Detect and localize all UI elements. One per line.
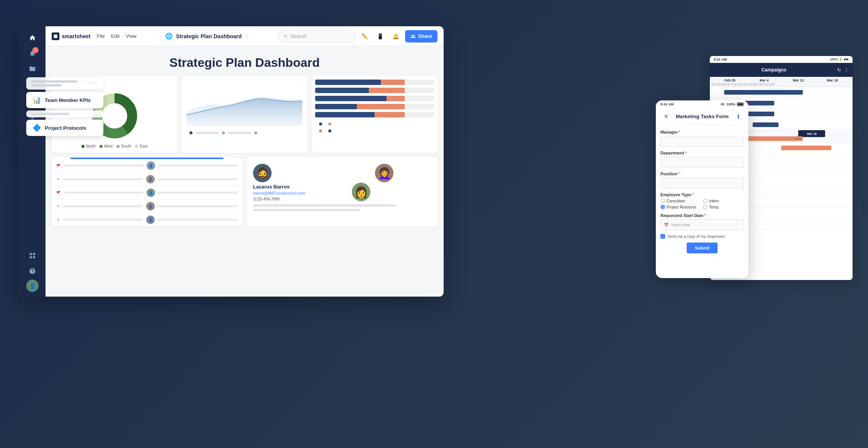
area-chart-svg bbox=[185, 80, 304, 126]
row-avatar-2: 👤 bbox=[146, 175, 155, 183]
row-avatar-5: 👤 bbox=[146, 216, 155, 224]
calendar-icon: 📅 bbox=[664, 223, 669, 227]
flag-gray-1: ⚑ bbox=[56, 177, 60, 182]
legend-east: East bbox=[135, 144, 147, 148]
submit-button[interactable]: Submit bbox=[687, 243, 718, 253]
gantt-reload-icon[interactable]: ↻ bbox=[837, 67, 841, 73]
flag-red-2: 🚩 bbox=[56, 191, 61, 195]
share-button[interactable]: Share bbox=[405, 30, 437, 42]
dropdown-item-kpi[interactable]: 📊 Team Member KPIs bbox=[26, 92, 103, 108]
table-row-5: ⚑ 👤 bbox=[52, 213, 242, 227]
chart-dot-2 bbox=[222, 131, 225, 134]
chart-line-2 bbox=[228, 132, 251, 134]
position-input[interactable] bbox=[660, 178, 744, 188]
mobile-close-button[interactable]: ✕ bbox=[660, 111, 671, 122]
radio-consultant-label: Consultant bbox=[667, 199, 685, 203]
manager-input[interactable] bbox=[660, 136, 744, 147]
dropdown-item-protocols[interactable]: 🔷 Project Protocols bbox=[26, 120, 103, 136]
radio-project-resource[interactable]: Project Resource bbox=[660, 205, 701, 209]
row-bar-5 bbox=[64, 192, 144, 194]
table-row-3: 🚩 👤 bbox=[52, 186, 242, 200]
screen-icon-btn[interactable]: 📱 bbox=[374, 30, 387, 42]
chart-dot-1 bbox=[189, 131, 193, 134]
bar-chart-container bbox=[312, 76, 437, 138]
sidebar-help-icon[interactable] bbox=[25, 264, 39, 278]
menu-edit[interactable]: Edit bbox=[111, 33, 120, 39]
contact-avatar-1: 🧔 bbox=[253, 164, 272, 182]
contact-avatar-2: 👩 bbox=[352, 183, 370, 201]
flag-gray-3: ⚑ bbox=[56, 218, 60, 222]
notify-icon-btn[interactable]: 🔔 bbox=[390, 30, 402, 42]
star-icon[interactable]: ☆ bbox=[245, 33, 250, 39]
chart-line-1 bbox=[196, 132, 219, 134]
start-date-required: * bbox=[704, 213, 706, 218]
department-label: Department * bbox=[660, 151, 744, 155]
flag-gray-2: ⚑ bbox=[56, 204, 60, 209]
table-row-2: ⚑ 👤 bbox=[52, 173, 242, 186]
sidebar-home-icon[interactable] bbox=[25, 31, 39, 45]
share-icon[interactable]: ⬆ bbox=[733, 111, 744, 122]
radio-temp[interactable]: Temp bbox=[703, 205, 744, 209]
dashboard-grid: Key Deals by Region bbox=[46, 76, 444, 153]
edit-icon-btn[interactable]: ✏️ bbox=[359, 30, 371, 42]
kpi-icon: 📊 bbox=[32, 96, 41, 104]
logo-icon bbox=[52, 32, 59, 40]
main-content: smartsheet File Edit View 🌐 Strategic Pl… bbox=[46, 26, 444, 297]
battery-label: 100% bbox=[726, 102, 735, 106]
gantt-date-2: Mar 4 bbox=[747, 78, 782, 82]
bar-row-1 bbox=[315, 79, 434, 85]
radio-consultant[interactable]: Consultant bbox=[660, 199, 701, 203]
topbar-right: Search ✏️ 📱 🔔 Share bbox=[279, 30, 437, 42]
gantt-title: Campaigns bbox=[714, 67, 834, 73]
scatter-row-1 bbox=[319, 122, 431, 126]
gantt-more-icon[interactable]: ⋮ bbox=[844, 67, 849, 73]
dashboard-body: Strategic Plan Dashboard Key Deals by Re… bbox=[46, 46, 444, 297]
copy-checkbox-row[interactable]: ✓ Send me a copy of my responses bbox=[660, 234, 744, 239]
bar-row-3 bbox=[315, 95, 434, 101]
menu-items: File Edit View bbox=[97, 33, 137, 39]
row-bar-4 bbox=[158, 178, 238, 180]
radio-temp-circle bbox=[703, 205, 708, 209]
mobile-time: 9:41 AM bbox=[660, 102, 674, 106]
search-bar[interactable]: Search bbox=[279, 30, 356, 42]
gantt-date-1: Feb 25 bbox=[713, 78, 747, 82]
row-bar-2 bbox=[158, 165, 238, 167]
contact-email-1: barros@MBFconstruction.com bbox=[253, 191, 305, 195]
sidebar-bell-icon[interactable]: 3 bbox=[25, 46, 39, 60]
scatter-row-2 bbox=[319, 129, 431, 132]
sidebar-folder-icon[interactable] bbox=[25, 62, 39, 76]
radio-temp-label: Temp bbox=[709, 205, 718, 209]
chart-dots-row bbox=[185, 128, 304, 138]
svg-point-4 bbox=[102, 104, 127, 129]
bar-chart-card bbox=[312, 76, 437, 153]
menu-view[interactable]: View bbox=[126, 33, 137, 39]
contact-avatar-3: 👩‍🦱 bbox=[375, 164, 393, 182]
copy-checkbox[interactable]: ✓ bbox=[660, 234, 665, 239]
sidebar-grid-icon[interactable] bbox=[25, 249, 39, 263]
menu-file[interactable]: File bbox=[97, 33, 105, 39]
mobile-statusbar: 9:41 AM 100% bbox=[656, 100, 748, 108]
row-bar-8 bbox=[158, 205, 238, 207]
contact-phone-1: (123)-456-7890 bbox=[253, 197, 280, 201]
department-input[interactable] bbox=[660, 157, 744, 168]
contact-card: 🧔 Lazarus Barros barros@MBFconstruction.… bbox=[247, 158, 437, 227]
protocols-label: Project Protocols bbox=[45, 125, 86, 131]
protocols-icon: 🔷 bbox=[32, 124, 41, 132]
area-chart-card bbox=[182, 76, 307, 153]
donut-legend: North West South bbox=[81, 144, 147, 148]
start-date-input[interactable]: 📅 Select date bbox=[660, 219, 744, 230]
logo-text: smartsheet bbox=[62, 33, 91, 39]
topbar: smartsheet File Edit View 🌐 Strategic Pl… bbox=[46, 26, 444, 46]
sidebar-avatar[interactable]: 👤 bbox=[26, 280, 39, 292]
position-label: Position * bbox=[660, 171, 744, 176]
contact-line-1 bbox=[253, 204, 396, 207]
flag-red-1: 🚩 bbox=[56, 164, 61, 168]
manager-required: * bbox=[679, 130, 680, 134]
date-placeholder: Select date bbox=[671, 223, 690, 227]
area-chart-container bbox=[182, 76, 307, 130]
doc-title: Strategic Plan Dashboard bbox=[176, 33, 241, 39]
contact-item-3: 👩‍🦱 bbox=[375, 164, 431, 201]
radio-intern[interactable]: Intern bbox=[703, 199, 744, 203]
main-window: 3 bbox=[19, 26, 444, 297]
radio-consultant-circle bbox=[660, 199, 665, 203]
